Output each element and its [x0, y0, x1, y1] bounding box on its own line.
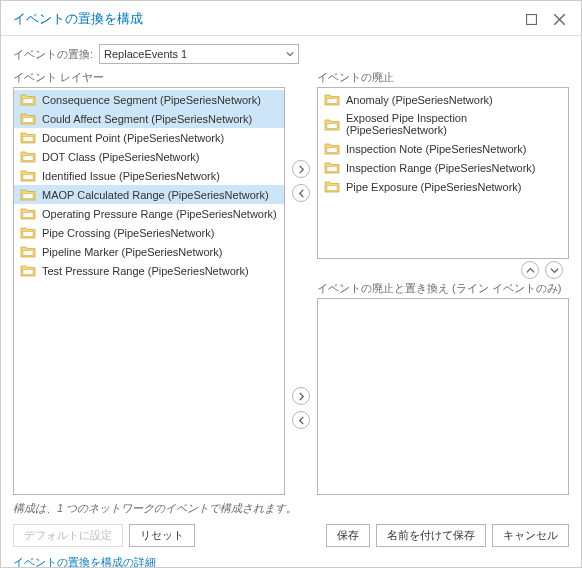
details-link[interactable]: イベントの置換を構成の詳細: [13, 555, 569, 568]
list-item-label: Could Affect Segment (PipeSeriesNetwork): [42, 113, 252, 125]
list-item-label: Anomaly (PipeSeriesNetwork): [346, 94, 493, 106]
list-item[interactable]: Inspection Range (PipeSeriesNetwork): [318, 158, 568, 177]
svg-rect-12: [23, 270, 33, 275]
svg-rect-4: [23, 118, 33, 123]
replacement-label: イベントの置換:: [13, 47, 93, 62]
list-item[interactable]: DOT Class (PipeSeriesNetwork): [14, 147, 284, 166]
list-item[interactable]: MAOP Calculated Range (PipeSeriesNetwork…: [14, 185, 284, 204]
folder-icon: [20, 169, 36, 182]
maximize-button[interactable]: [517, 9, 545, 29]
svg-rect-0: [526, 14, 536, 24]
list-item-label: Inspection Range (PipeSeriesNetwork): [346, 162, 536, 174]
svg-rect-16: [327, 167, 337, 172]
window-title: イベントの置換を構成: [13, 10, 517, 28]
svg-rect-7: [23, 175, 33, 180]
folder-icon: [20, 226, 36, 239]
maximize-icon: [526, 14, 537, 25]
folder-icon: [20, 93, 36, 106]
move-up-button[interactable]: [521, 261, 539, 279]
list-item[interactable]: Document Point (PipeSeriesNetwork): [14, 128, 284, 147]
list-item-label: Inspection Note (PipeSeriesNetwork): [346, 143, 526, 155]
svg-rect-9: [23, 213, 33, 218]
svg-rect-8: [23, 194, 33, 199]
folder-icon: [324, 93, 340, 106]
folder-icon: [324, 180, 340, 193]
list-item-label: Pipe Crossing (PipeSeriesNetwork): [42, 227, 214, 239]
default-button: デフォルトに設定: [13, 524, 123, 547]
list-item-label: Identified Issue (PipeSeriesNetwork): [42, 170, 220, 182]
folder-icon: [324, 118, 340, 131]
close-button[interactable]: [545, 9, 573, 29]
save-button[interactable]: 保存: [326, 524, 370, 547]
list-item-label: Test Pressure Range (PipeSeriesNetwork): [42, 265, 249, 277]
list-item[interactable]: Pipeline Marker (PipeSeriesNetwork): [14, 242, 284, 261]
move-left2-button[interactable]: [292, 411, 310, 429]
list-item[interactable]: Test Pressure Range (PipeSeriesNetwork): [14, 261, 284, 280]
footer-note: 構成は、1 つのネットワークのイベントで構成されます。: [13, 501, 569, 516]
list-item-label: Operating Pressure Range (PipeSeriesNetw…: [42, 208, 277, 220]
save-as-button[interactable]: 名前を付けて保存: [376, 524, 486, 547]
svg-rect-15: [327, 148, 337, 153]
list-item[interactable]: Consequence Segment (PipeSeriesNetwork): [14, 90, 284, 109]
event-layers-list[interactable]: Consequence Segment (PipeSeriesNetwork)C…: [13, 87, 285, 495]
move-down-button[interactable]: [545, 261, 563, 279]
list-item[interactable]: Exposed Pipe Inspection (PipeSeriesNetwo…: [318, 109, 568, 139]
folder-icon: [20, 112, 36, 125]
list-item[interactable]: Pipe Crossing (PipeSeriesNetwork): [14, 223, 284, 242]
list-item[interactable]: Inspection Note (PipeSeriesNetwork): [318, 139, 568, 158]
folder-icon: [20, 264, 36, 277]
replacement-value: ReplaceEvents 1: [104, 48, 187, 60]
list-item[interactable]: Operating Pressure Range (PipeSeriesNetw…: [14, 204, 284, 223]
retire-list[interactable]: Anomaly (PipeSeriesNetwork)Exposed Pipe …: [317, 87, 569, 259]
svg-rect-17: [327, 186, 337, 191]
list-item-label: Pipe Exposure (PipeSeriesNetwork): [346, 181, 521, 193]
list-item[interactable]: Pipe Exposure (PipeSeriesNetwork): [318, 177, 568, 196]
retire-label: イベントの廃止: [317, 70, 569, 85]
svg-rect-13: [327, 99, 337, 104]
retire-replace-label: イベントの廃止と置き換え (ライン イベントのみ): [317, 281, 569, 296]
svg-rect-5: [23, 137, 33, 142]
folder-icon: [20, 150, 36, 163]
folder-icon: [324, 142, 340, 155]
event-layers-label: イベント レイヤー: [13, 70, 285, 85]
folder-icon: [20, 245, 36, 258]
list-item[interactable]: Could Affect Segment (PipeSeriesNetwork): [14, 109, 284, 128]
list-item[interactable]: Identified Issue (PipeSeriesNetwork): [14, 166, 284, 185]
svg-rect-3: [23, 99, 33, 104]
move-left-button[interactable]: [292, 184, 310, 202]
list-item-label: MAOP Calculated Range (PipeSeriesNetwork…: [42, 189, 269, 201]
svg-rect-6: [23, 156, 33, 161]
list-item[interactable]: Anomaly (PipeSeriesNetwork): [318, 90, 568, 109]
move-right-button[interactable]: [292, 160, 310, 178]
list-item-label: Exposed Pipe Inspection (PipeSeriesNetwo…: [346, 112, 562, 136]
list-item-label: Pipeline Marker (PipeSeriesNetwork): [42, 246, 222, 258]
folder-icon: [20, 188, 36, 201]
move-right2-button[interactable]: [292, 387, 310, 405]
chevron-down-icon: [286, 50, 294, 58]
folder-icon: [20, 207, 36, 220]
close-icon: [554, 14, 565, 25]
svg-rect-14: [327, 123, 337, 128]
list-item-label: Consequence Segment (PipeSeriesNetwork): [42, 94, 261, 106]
list-item-label: DOT Class (PipeSeriesNetwork): [42, 151, 200, 163]
retire-replace-list[interactable]: [317, 298, 569, 495]
folder-icon: [20, 131, 36, 144]
reset-button[interactable]: リセット: [129, 524, 195, 547]
list-item-label: Document Point (PipeSeriesNetwork): [42, 132, 224, 144]
svg-rect-11: [23, 251, 33, 256]
replacement-dropdown[interactable]: ReplaceEvents 1: [99, 44, 299, 64]
svg-rect-10: [23, 232, 33, 237]
folder-icon: [324, 161, 340, 174]
cancel-button[interactable]: キャンセル: [492, 524, 569, 547]
